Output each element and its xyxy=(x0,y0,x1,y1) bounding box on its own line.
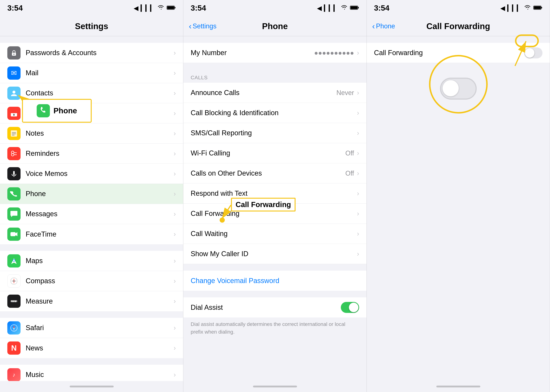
voicemail-link-text: Change Voicemail Password xyxy=(191,277,279,285)
cf-scroll[interactable]: Call Forwarding xyxy=(367,36,550,381)
voicememos-label: Voice Memos xyxy=(26,170,174,178)
voicemail-link[interactable]: Change Voicemail Password xyxy=(183,271,367,291)
svg-text:♪: ♪ xyxy=(13,372,15,378)
call-blocking-row[interactable]: Call Blocking & Identification › xyxy=(183,103,367,123)
svg-rect-8 xyxy=(11,112,17,113)
settings-row-messages[interactable]: Messages › xyxy=(0,204,183,224)
home-indicator-1 xyxy=(0,381,183,392)
dial-assist-toggle-knob xyxy=(349,303,358,312)
status-icons-2: ◀ ▎▎▎ xyxy=(317,4,359,12)
cf-nav-title: Call Forwarding xyxy=(427,21,490,31)
settings-row-passwords[interactable]: Passwords & Accounts › xyxy=(0,43,183,63)
home-bar-2 xyxy=(253,385,297,387)
settings-row-compass[interactable]: Compass › xyxy=(0,271,183,291)
safari-icon xyxy=(7,321,21,335)
mail-chevron: › xyxy=(174,69,176,77)
nav-back-3[interactable]: ‹ Phone xyxy=(372,22,395,31)
passwords-icon xyxy=(7,46,21,60)
maps-chevron: › xyxy=(174,257,176,265)
settings-row-facetime[interactable]: FaceTime › xyxy=(0,224,183,244)
respond-text-chevron: › xyxy=(357,190,359,197)
settings-scroll[interactable]: Passwords & Accounts › ✉ Mail › Contacts… xyxy=(0,36,183,381)
dial-assist-row[interactable]: Dial Assist xyxy=(183,297,367,317)
wifi-calling-row[interactable]: Wi-Fi Calling Off › xyxy=(183,143,367,163)
facetime-icon xyxy=(7,228,21,241)
battery-icon-3 xyxy=(533,5,543,12)
calendar-chevron: › xyxy=(174,110,176,117)
home-bar-1 xyxy=(70,385,114,387)
contacts-icon xyxy=(7,87,21,100)
voicememos-chevron: › xyxy=(174,170,176,178)
svg-rect-45 xyxy=(351,6,357,9)
signal-icon-2: ▎▎▎ xyxy=(324,4,338,12)
announce-calls-row[interactable]: Announce Calls Never › xyxy=(183,83,367,103)
phone-annotation-text: Phone xyxy=(54,106,77,115)
phone-annotation: Phone xyxy=(22,99,92,123)
wifi-icon-3 xyxy=(524,4,531,12)
location-icon-1: ◀ xyxy=(134,4,138,12)
cf-annotation-box: Call Forwarding xyxy=(231,198,296,211)
settings-row-measure[interactable]: Measure › xyxy=(0,291,183,311)
svg-rect-18 xyxy=(13,171,15,175)
maps-icon xyxy=(7,254,21,267)
cf-toggle-switch[interactable] xyxy=(524,47,543,58)
calls-other-row[interactable]: Calls on Other Devices Off › xyxy=(183,163,367,183)
dial-assist-toggle[interactable] xyxy=(341,302,359,313)
calls-other-label: Calls on Other Devices xyxy=(191,169,345,177)
voicememos-icon xyxy=(7,167,21,180)
sms-reporting-row[interactable]: SMS/Call Reporting › xyxy=(183,123,367,143)
wifi-calling-label: Wi-Fi Calling xyxy=(191,149,345,157)
dial-assist-label: Dial Assist xyxy=(191,304,341,311)
safari-label: Safari xyxy=(26,324,174,332)
calls-other-chevron: › xyxy=(357,169,359,177)
location-icon-2: ◀ xyxy=(317,4,322,12)
large-toggle-container xyxy=(367,63,550,114)
home-indicator-3 xyxy=(367,381,550,392)
settings-group-3: Safari › N News › xyxy=(0,311,183,358)
notes-chevron: › xyxy=(174,130,176,137)
settings-row-maps[interactable]: Maps › xyxy=(0,251,183,271)
svg-marker-26 xyxy=(11,280,17,282)
settings-row-voicememos[interactable]: Voice Memos › xyxy=(0,164,183,184)
nav-back-2[interactable]: ‹ Settings xyxy=(189,22,217,31)
location-icon-3: ◀ xyxy=(500,4,505,12)
svg-rect-2 xyxy=(174,7,175,8)
status-time-3: 3:54 xyxy=(374,4,389,13)
svg-rect-50 xyxy=(534,6,541,9)
my-number-label: My Number xyxy=(191,49,314,57)
nav-back-label-2: Settings xyxy=(193,22,217,30)
signal-icon-3: ▎▎▎ xyxy=(507,4,521,12)
show-caller-id-row[interactable]: Show My Caller ID › xyxy=(183,244,367,264)
svg-rect-1 xyxy=(167,6,174,9)
back-arrow-icon-2: ‹ xyxy=(189,22,192,31)
mail-icon: ✉ xyxy=(7,66,21,80)
music-label: Music xyxy=(26,371,174,379)
my-number-row[interactable]: My Number ●●●●●●●●●● › xyxy=(183,43,367,63)
announce-calls-value: Never xyxy=(336,89,354,97)
facetime-chevron: › xyxy=(174,230,176,238)
settings-row-notes[interactable]: Notes › xyxy=(0,123,183,144)
compass-chevron: › xyxy=(174,277,176,285)
settings-row-safari[interactable]: Safari › xyxy=(0,318,183,338)
call-waiting-chevron: › xyxy=(357,230,359,238)
show-caller-id-chevron: › xyxy=(357,250,359,258)
wifi-calling-chevron: › xyxy=(357,149,359,157)
reminders-icon xyxy=(7,147,21,160)
call-waiting-row[interactable]: Call Waiting › xyxy=(183,224,367,244)
sms-reporting-label: SMS/Call Reporting xyxy=(191,129,357,137)
settings-row-news[interactable]: N News › xyxy=(0,338,183,358)
measure-label: Measure xyxy=(26,297,174,305)
settings-row-music[interactable]: ♪ Music › xyxy=(0,365,183,381)
settings-title: Settings xyxy=(75,21,108,31)
call-forwarding-toggle-row[interactable]: Call Forwarding xyxy=(367,43,550,63)
svg-rect-51 xyxy=(541,7,542,8)
signal-icon-1: ▎▎▎ xyxy=(141,4,155,12)
dial-assist-desc: Dial assist automatically determines the… xyxy=(183,317,367,341)
phone-label: Phone xyxy=(26,190,174,198)
dial-assist-desc-text: Dial assist automatically determines the… xyxy=(191,321,345,335)
settings-row-mail[interactable]: ✉ Mail › xyxy=(0,63,183,83)
call-waiting-label: Call Waiting xyxy=(191,230,357,238)
settings-row-reminders[interactable]: Reminders › xyxy=(0,144,183,164)
phone-panel: 3:54 ◀ ▎▎▎ ‹ Settings Phone My Number ●●… xyxy=(183,0,367,392)
settings-row-phone[interactable]: Phone › xyxy=(0,184,183,204)
